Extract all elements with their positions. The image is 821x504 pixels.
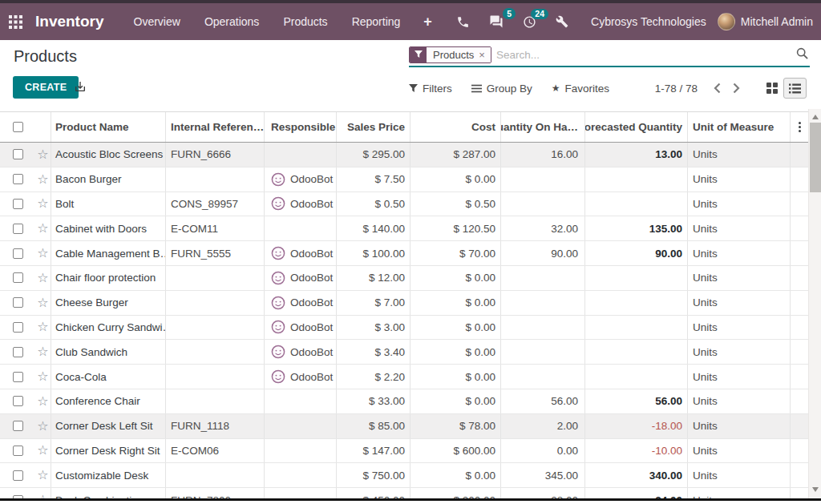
row-checkbox[interactable] (13, 149, 23, 159)
table-row[interactable]: ☆ Chair floor protection OdooBot $ 12.00… (0, 266, 808, 291)
row-checkbox[interactable] (13, 372, 23, 382)
app-name[interactable]: Inventory (35, 13, 104, 30)
favorite-star-icon[interactable]: ☆ (37, 370, 48, 383)
favorite-star-icon[interactable]: ☆ (37, 321, 48, 333)
scroll-up-icon[interactable] (809, 111, 821, 123)
filters-button[interactable]: Filters (409, 83, 452, 95)
table-row[interactable]: ☆ Conference Chair $ 33.00 $ 0.00 56.00 … (0, 389, 808, 414)
row-star-cell: ☆ (35, 439, 51, 463)
select-all-checkbox[interactable] (13, 122, 23, 132)
favorites-button[interactable]: ★ Favorites (552, 83, 609, 95)
scroll-down-icon[interactable] (809, 483, 821, 495)
cell-forecasted-quantity (585, 266, 688, 290)
table-row[interactable]: ☆ Bolt CONS_89957 OdooBot $ 0.50 $ 0.50 … (0, 192, 808, 217)
table-row[interactable]: ☆ Desk Combination FURN_7800 $ 450.00 $ … (0, 488, 808, 498)
nav-item-reporting[interactable]: Reporting (340, 4, 413, 39)
favorite-star-icon[interactable]: ☆ (37, 173, 48, 186)
scrollbar-thumb[interactable] (810, 123, 821, 192)
user-menu[interactable]: Mitchell Admin (718, 13, 813, 30)
row-star-cell: ☆ (35, 266, 51, 290)
create-button[interactable]: CREATE (13, 76, 79, 99)
kanban-view-icon[interactable] (760, 78, 783, 99)
favorite-star-icon[interactable]: ☆ (37, 247, 48, 260)
cell-product-name: Conference Chair (51, 389, 166, 413)
table-row[interactable]: ☆ Acoustic Bloc Screens FURN_6666 $ 295.… (0, 143, 808, 167)
favorite-star-icon[interactable]: ☆ (37, 469, 48, 482)
nav-item-overview[interactable]: Overview (122, 4, 192, 39)
company-menu[interactable]: Cybrosys Technologies (591, 15, 706, 28)
table-row[interactable]: ☆ Chicken Curry Sandwi… OdooBot $ 3.00 $… (0, 316, 808, 341)
search-icon[interactable] (796, 47, 810, 62)
odoobot-avatar-icon (271, 196, 285, 211)
plus-icon[interactable]: + (412, 6, 443, 38)
column-header-forecasted-quantity[interactable]: Forecasted Quantity (585, 112, 688, 142)
table-row[interactable]: ☆ Cheese Burger OdooBot $ 7.00 $ 0.00 Un… (0, 291, 808, 316)
cell-cost: $ 600.00 (410, 439, 501, 463)
activities-icon[interactable]: 24 (513, 7, 546, 37)
tools-icon[interactable] (546, 7, 578, 36)
favorite-star-icon[interactable]: ☆ (37, 444, 48, 457)
table-row[interactable]: ☆ Corner Desk Left Sit FURN_1118 $ 85.00… (0, 414, 808, 439)
cell-sales-price: $ 12.00 (337, 266, 410, 290)
row-checkbox[interactable] (13, 322, 23, 333)
row-checkbox[interactable] (13, 199, 23, 209)
favorite-star-icon[interactable]: ☆ (37, 296, 48, 309)
cell-quantity-on-hand: 16.00 (501, 143, 585, 167)
row-checkbox[interactable] (13, 174, 23, 184)
row-checkbox[interactable] (13, 446, 23, 456)
row-checkbox[interactable] (13, 396, 23, 406)
table-row[interactable]: ☆ Cabinet with Doors E-COM11 $ 140.00 $ … (0, 216, 808, 241)
row-checkbox[interactable] (13, 347, 23, 357)
pager-previous-icon[interactable] (707, 79, 726, 98)
optional-columns-icon[interactable] (795, 119, 804, 135)
table-row[interactable]: ☆ Corner Desk Right Sit E-COM06 $ 147.00… (0, 439, 808, 464)
table-row[interactable]: ☆ Customizable Desk $ 750.00 $ 0.00 345.… (0, 463, 808, 488)
cell-responsible (265, 143, 337, 167)
column-header-sales-price[interactable]: Sales Price (337, 112, 410, 142)
cell-spacer (791, 365, 808, 389)
cell-cost: $ 0.00 (410, 316, 501, 340)
favorite-star-icon[interactable]: ☆ (37, 272, 48, 284)
messages-icon[interactable]: 5 (479, 6, 513, 37)
favorite-star-icon[interactable]: ☆ (37, 197, 48, 210)
search-input[interactable] (491, 49, 796, 61)
table-row[interactable]: ☆ Bacon Burger OdooBot $ 7.50 $ 0.00 Uni… (0, 167, 808, 192)
cell-internal-reference (166, 340, 265, 364)
column-header-cost[interactable]: Cost (410, 112, 501, 142)
phone-icon[interactable] (447, 7, 479, 37)
cell-product-name: Bolt (51, 192, 166, 216)
table-row[interactable]: ☆ Cable Management B… FURN_5555 OdooBot … (0, 241, 808, 266)
column-header-product-name[interactable]: Product Name (51, 112, 166, 142)
facet-close-icon[interactable]: × (478, 47, 491, 62)
cell-unit-of-measure: Units (688, 365, 791, 389)
favorite-star-icon[interactable]: ☆ (37, 420, 48, 433)
row-checkbox[interactable] (13, 470, 23, 481)
row-checkbox[interactable] (13, 248, 23, 259)
column-header-quantity-on-ha[interactable]: Quantity On Ha… (501, 112, 585, 142)
favorite-star-icon[interactable]: ☆ (37, 395, 48, 408)
row-checkbox[interactable] (13, 421, 23, 431)
row-checkbox[interactable] (13, 297, 23, 308)
favorite-star-icon[interactable]: ☆ (37, 345, 48, 358)
row-checkbox[interactable] (13, 272, 23, 283)
cell-responsible (265, 463, 337, 487)
column-header-responsible[interactable]: Responsible (265, 112, 337, 142)
control-panel: Products Products × CREATE Filters (0, 40, 821, 111)
row-checkbox-cell (0, 340, 35, 364)
nav-item-products[interactable]: Products (271, 4, 339, 39)
cell-internal-reference (166, 365, 265, 389)
pager-next-icon[interactable] (726, 79, 746, 98)
nav-item-operations[interactable]: Operations (192, 4, 271, 39)
column-header-internal-referen[interactable]: Internal Referen… (166, 112, 265, 142)
list-view-icon[interactable] (783, 78, 807, 99)
download-icon[interactable] (74, 80, 87, 96)
table-row[interactable]: ☆ Coca-Cola OdooBot $ 2.20 $ 0.00 Units (0, 365, 808, 389)
row-checkbox[interactable] (13, 224, 23, 234)
apps-grid-icon[interactable] (0, 15, 30, 29)
groupby-button[interactable]: Group By (471, 83, 532, 95)
column-header-unit-of-measure[interactable]: Unit of Measure (688, 112, 791, 142)
row-star-cell: ☆ (35, 414, 51, 438)
table-row[interactable]: ☆ Club Sandwich OdooBot $ 3.40 $ 0.00 Un… (0, 340, 808, 365)
favorite-star-icon[interactable]: ☆ (37, 148, 48, 161)
favorite-star-icon[interactable]: ☆ (37, 222, 48, 235)
